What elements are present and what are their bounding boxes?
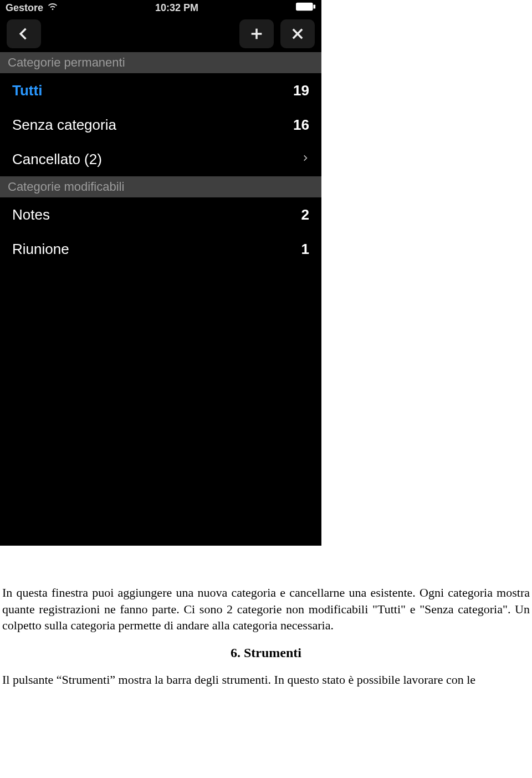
wifi-icon	[48, 2, 58, 14]
status-bar: Gestore 10:32 PM	[0, 0, 321, 16]
paragraph: In questa finestra puoi aggiungere una n…	[2, 584, 530, 634]
document-body: In questa finestra puoi aggiungere una n…	[0, 546, 532, 688]
empty-area	[0, 266, 321, 546]
row-count: 19	[293, 82, 309, 99]
row-label: Notes	[12, 206, 50, 223]
row-count: 16	[293, 116, 309, 134]
row-label: Tutti	[12, 82, 42, 99]
row-count: 2	[301, 206, 309, 223]
category-row-no-category[interactable]: Senza categoria 16	[0, 108, 321, 142]
close-button[interactable]	[280, 19, 315, 48]
paragraph: Il pulsante “Strumenti” mostra la barra …	[2, 672, 530, 688]
row-label: Riunione	[12, 241, 69, 258]
battery-icon	[296, 2, 316, 14]
chevron-right-icon	[301, 152, 309, 166]
category-row-all[interactable]: Tutti 19	[0, 73, 321, 108]
row-label: Senza categoria	[12, 116, 116, 134]
section-header-permanent: Categorie permanenti	[0, 52, 321, 73]
clock: 10:32 PM	[155, 2, 198, 14]
phone-screenshot: Gestore 10:32 PM Ca	[0, 0, 321, 546]
nav-bar	[0, 16, 321, 52]
add-button[interactable]	[239, 19, 274, 48]
category-row-deleted[interactable]: Cancellato (2)	[0, 142, 321, 176]
svg-rect-0	[296, 2, 313, 10]
row-count: 1	[301, 241, 309, 258]
section-header-editable: Categorie modificabili	[0, 176, 321, 197]
carrier-label: Gestore	[6, 2, 43, 14]
section-heading: 6. Strumenti	[2, 644, 530, 662]
row-label: Cancellato (2)	[12, 151, 102, 168]
category-row-notes[interactable]: Notes 2	[0, 197, 321, 232]
back-button[interactable]	[7, 19, 41, 48]
svg-rect-1	[313, 4, 315, 8]
category-row-meeting[interactable]: Riunione 1	[0, 232, 321, 266]
